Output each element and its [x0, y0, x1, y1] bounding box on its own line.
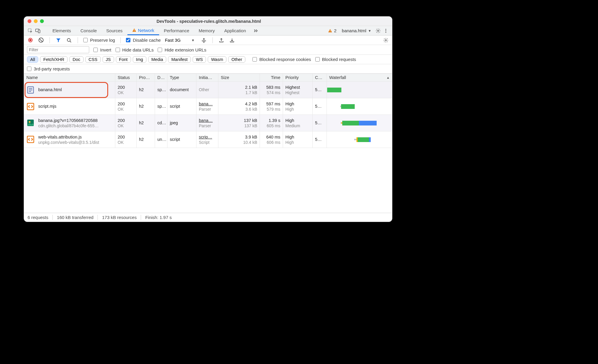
device-toolbar-icon[interactable] — [35, 28, 41, 34]
type-filter-doc[interactable]: Doc — [69, 56, 84, 63]
svg-point-11 — [67, 38, 70, 41]
col-name[interactable]: Name — [24, 74, 115, 81]
col-time[interactable]: Time — [260, 74, 283, 81]
col-size[interactable]: Size — [218, 74, 260, 81]
svg-point-9 — [385, 30, 386, 31]
col-status[interactable]: Status — [115, 74, 137, 81]
request-row[interactable]: banana.html200OKh2sp…documentOther2.1 kB… — [24, 82, 392, 98]
type-filter-other[interactable]: Other — [228, 56, 245, 63]
blocked-requests-checkbox[interactable]: Blocked requests — [315, 57, 356, 62]
window-title: DevTools - speculative-rules.glitch.me/b… — [44, 19, 374, 24]
warning-icon — [132, 28, 136, 32]
request-name: banana.html — [38, 87, 62, 93]
col-connection[interactable]: C… — [313, 74, 327, 81]
minimize-window-button[interactable] — [34, 19, 38, 23]
disable-cache-checkbox[interactable]: Disable cache — [126, 38, 161, 43]
search-icon[interactable] — [66, 37, 72, 44]
col-priority[interactable]: Priority — [283, 74, 313, 81]
filter-input[interactable] — [27, 46, 89, 53]
type-filter-fetchxhr[interactable]: Fetch/XHR — [40, 56, 68, 63]
target-context-selector[interactable]: banana.html▼ — [342, 28, 371, 33]
sort-caret-icon: ▲ — [386, 76, 390, 79]
type-filter-font[interactable]: Font — [116, 56, 131, 63]
export-har-icon[interactable] — [218, 37, 225, 44]
record-button[interactable] — [27, 37, 33, 44]
clear-button[interactable] — [38, 37, 44, 44]
svg-rect-2 — [38, 30, 40, 33]
throttling-selector[interactable]: Fast 3G▼ — [165, 38, 196, 43]
third-party-row: 3rd-party requests — [24, 64, 392, 74]
issue-counter[interactable]: 2 — [328, 28, 336, 33]
network-settings-gear-icon[interactable] — [383, 37, 389, 44]
svg-rect-5 — [330, 30, 330, 31]
waterfall-cell — [327, 98, 392, 115]
chevron-down-icon: ▼ — [191, 38, 195, 42]
type-filter-js[interactable]: JS — [103, 56, 114, 63]
blocked-response-cookies-checkbox[interactable]: Blocked response cookies — [252, 57, 311, 62]
file-type-icon — [26, 86, 35, 94]
type-filter-row: AllFetch/XHRDocCSSJSFontImgMediaManifest… — [24, 55, 392, 64]
tab-memory[interactable]: Memory — [194, 26, 220, 35]
requests-grid: Name Status Pro… D… Type Initia… Size Ti… — [24, 74, 392, 213]
type-filter-ws[interactable]: WS — [193, 56, 206, 63]
svg-point-20 — [29, 121, 31, 123]
request-row[interactable]: banana.jpg?v=1705668720588cdn.glitch.glo… — [24, 115, 392, 131]
filter-funnel-icon[interactable] — [55, 37, 62, 44]
request-name: script.mjs — [38, 104, 56, 109]
svg-rect-6 — [330, 31, 330, 32]
tab-network[interactable]: Network — [127, 26, 159, 35]
initiator-link[interactable]: scrip… — [199, 134, 216, 140]
close-window-button[interactable] — [28, 19, 31, 23]
col-initiator[interactable]: Initia… — [196, 74, 218, 81]
footer-requests: 6 requests — [28, 215, 53, 220]
main-tabs-row: Elements Console Sources Network Perform… — [24, 26, 392, 36]
type-filter-css[interactable]: CSS — [85, 56, 101, 63]
type-filter-img[interactable]: Img — [133, 56, 146, 63]
network-conditions-icon[interactable] — [201, 37, 207, 44]
request-row[interactable]: web-vitals.attribution.jsunpkg.com/web-v… — [24, 131, 392, 148]
col-type[interactable]: Type — [167, 74, 196, 81]
tab-elements[interactable]: Elements — [48, 26, 76, 35]
inspect-element-icon[interactable] — [27, 28, 33, 34]
more-tabs-button[interactable] — [251, 26, 261, 35]
request-name: web-vitals.attribution.js — [38, 134, 99, 140]
preserve-log-checkbox[interactable]: Preserve log — [83, 38, 115, 43]
waterfall-cell — [327, 82, 392, 98]
hide-extension-urls-checkbox[interactable]: Hide extension URLs — [158, 47, 206, 52]
initiator-link[interactable]: bana… — [199, 118, 216, 123]
chevron-right-double-icon — [253, 28, 258, 33]
type-filter-all[interactable]: All — [27, 56, 38, 63]
file-type-icon — [26, 135, 35, 144]
hide-data-urls-checkbox[interactable]: Hide data URLs — [116, 47, 154, 52]
request-row[interactable]: script.mjs200OKh2sp…scriptbana…Parser4.2… — [24, 98, 392, 115]
warning-icon — [328, 29, 332, 33]
svg-rect-4 — [134, 31, 134, 31]
chevron-down-icon: ▼ — [368, 29, 371, 33]
settings-gear-icon[interactable] — [375, 28, 381, 34]
svg-point-12 — [204, 42, 204, 43]
col-protocol[interactable]: Pro… — [137, 74, 155, 81]
third-party-checkbox[interactable]: 3rd-party requests — [27, 66, 70, 71]
invert-checkbox[interactable]: Invert — [93, 47, 111, 52]
footer-resources: 173 kB resources — [98, 215, 141, 220]
grid-body: banana.html200OKh2sp…documentOther2.1 kB… — [24, 82, 392, 148]
initiator-link[interactable]: bana… — [199, 101, 216, 107]
type-filter-manifest[interactable]: Manifest — [168, 56, 191, 63]
type-filter-wasm[interactable]: Wasm — [208, 56, 226, 63]
file-type-icon — [26, 119, 35, 127]
request-name: banana.jpg?v=1705668720588 — [38, 118, 99, 123]
status-footer: 6 requests 160 kB transferred 173 kB res… — [24, 213, 392, 222]
tab-console[interactable]: Console — [76, 26, 102, 35]
col-waterfall[interactable]: Waterfall▲ — [327, 74, 392, 81]
tab-application[interactable]: Application — [220, 26, 251, 35]
more-options-kebab-icon[interactable] — [383, 28, 389, 34]
import-har-icon[interactable] — [229, 37, 235, 44]
tab-performance[interactable]: Performance — [159, 26, 194, 35]
zoom-window-button[interactable] — [40, 19, 44, 23]
type-filter-media[interactable]: Media — [148, 56, 167, 63]
svg-point-7 — [378, 30, 379, 31]
tab-sources[interactable]: Sources — [102, 26, 127, 35]
footer-finish: Finish: 1.97 s — [141, 215, 176, 220]
waterfall-cell — [327, 115, 392, 131]
col-domain[interactable]: D… — [155, 74, 167, 81]
